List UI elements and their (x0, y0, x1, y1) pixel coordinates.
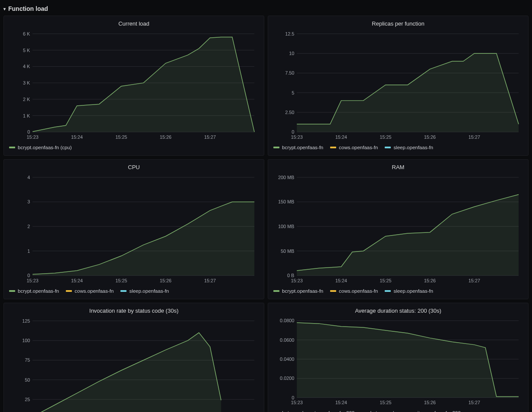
svg-text:0.0200: 0.0200 (280, 376, 294, 381)
panel-title: Invocation rate by status code (30s) (9, 307, 259, 314)
panel-title: Average duration status: 200 (30s) (273, 307, 523, 314)
svg-text:15:24: 15:24 (71, 278, 83, 283)
chart-area[interactable]: 025507510012515:2315:2415:2515:2615:27 (9, 317, 259, 412)
svg-text:15:23: 15:23 (291, 400, 303, 405)
svg-text:15:23: 15:23 (27, 134, 39, 140)
legend: bcrypt.openfaas-fncows.openfaas-fnsleep.… (273, 286, 523, 294)
svg-text:4: 4 (27, 175, 30, 180)
svg-text:15:26: 15:26 (424, 134, 436, 140)
svg-text:12.5: 12.5 (285, 31, 294, 36)
svg-text:75: 75 (25, 357, 30, 363)
legend-label: Latency: sleep-capacity.openfaas-fn: 200 (370, 410, 461, 412)
svg-text:15:26: 15:26 (424, 400, 436, 405)
svg-text:15:23: 15:23 (27, 278, 39, 283)
svg-text:2.50: 2.50 (285, 110, 294, 115)
legend-item[interactable]: cows.openfaas-fn (330, 288, 378, 294)
legend-swatch (385, 147, 391, 148)
legend-label: bcrypt.openfaas-fn (cpu) (18, 145, 72, 150)
legend-item[interactable]: sleep.openfaas-fn (120, 288, 169, 294)
legend-label: sleep.openfaas-fn (393, 145, 433, 150)
svg-text:0.0400: 0.0400 (280, 356, 294, 362)
svg-text:15:24: 15:24 (335, 400, 347, 405)
svg-text:50 MB: 50 MB (281, 249, 294, 254)
legend-item[interactable]: bcrypt.openfaas-fn (9, 288, 59, 294)
legend-label: cows.openfaas-fn (339, 288, 378, 294)
legend-label: bcrypt.openfaas-fn (18, 288, 59, 294)
chart-area[interactable]: 01 K2 K3 K4 K5 K6 K15:2315:2415:2515:261… (9, 29, 259, 142)
svg-text:15:24: 15:24 (71, 134, 83, 140)
section-header[interactable]: ▾ Function load (3, 3, 529, 16)
legend-item[interactable]: sleep.openfaas-fn (385, 145, 433, 150)
legend-label: sleep.openfaas-fn (393, 288, 433, 294)
legend-swatch (9, 290, 15, 292)
legend-label: Latency: bcrypt.openfaas-fn: 200 (282, 410, 355, 412)
svg-text:2: 2 (27, 224, 30, 229)
svg-text:125: 125 (22, 318, 30, 324)
legend-item[interactable]: cows.openfaas-fn (330, 145, 378, 150)
svg-text:15:24: 15:24 (335, 278, 347, 283)
svg-text:15:25: 15:25 (380, 400, 391, 405)
svg-text:2 K: 2 K (23, 97, 30, 102)
legend-item[interactable]: cows.openfaas-fn (66, 288, 114, 294)
svg-text:5 K: 5 K (23, 48, 30, 53)
legend-label: sleep.openfaas-fn (129, 288, 169, 294)
legend-swatch (120, 290, 127, 292)
svg-text:6 K: 6 K (23, 31, 30, 36)
svg-text:0.0800: 0.0800 (280, 318, 294, 323)
legend-item[interactable]: bcrypt.openfaas-fn (cpu) (9, 145, 72, 150)
legend-swatch (330, 147, 336, 148)
legend-item[interactable]: sleep.openfaas-fn (385, 288, 433, 294)
panel-invocation_rate[interactable]: Invocation rate by status code (30s)0255… (3, 303, 264, 412)
svg-text:5: 5 (292, 90, 294, 95)
legend-swatch (385, 290, 391, 292)
legend-item[interactable]: bcrypt.openfaas-fn (273, 288, 323, 294)
chevron-down-icon: ▾ (3, 7, 6, 11)
legend-item[interactable]: bcrypt.openfaas-fn (273, 145, 323, 150)
legend: bcrypt.openfaas-fncows.openfaas-fnsleep.… (9, 286, 259, 294)
legend-swatch (330, 290, 336, 292)
legend-item[interactable]: Latency: sleep-capacity.openfaas-fn: 200 (362, 410, 461, 412)
svg-text:100 MB: 100 MB (278, 224, 294, 229)
svg-text:15:26: 15:26 (424, 278, 436, 283)
svg-text:0: 0 (292, 129, 294, 134)
svg-text:0 B: 0 B (287, 273, 294, 278)
legend: bcrypt.openfaas-fn (cpu) (9, 142, 259, 150)
legend-label: cows.openfaas-fn (339, 145, 378, 150)
svg-text:15:27: 15:27 (468, 278, 480, 283)
svg-text:0.0600: 0.0600 (280, 337, 294, 343)
legend-label: bcrypt.openfaas-fn (282, 145, 323, 150)
svg-text:0: 0 (27, 273, 30, 278)
panel-title: Current load (9, 20, 259, 27)
svg-text:15:24: 15:24 (335, 134, 347, 140)
chart-area[interactable]: 0 B50 MB100 MB150 MB200 MB15:2315:2415:2… (273, 173, 523, 286)
chart-area[interactable]: 00.02000.04000.06000.080015:2315:2415:25… (273, 317, 523, 408)
panel-ram[interactable]: RAM0 B50 MB100 MB150 MB200 MB15:2315:241… (268, 159, 529, 299)
panel-replicas[interactable]: Replicas per function02.5057.501012.515:… (268, 16, 529, 156)
svg-text:200 MB: 200 MB (278, 175, 294, 180)
chart-area[interactable]: 0123415:2315:2415:2515:2615:27 (9, 173, 259, 286)
svg-text:10: 10 (289, 51, 294, 56)
chart-area[interactable]: 02.5057.501012.515:2315:2415:2515:2615:2… (273, 29, 523, 142)
svg-text:15:25: 15:25 (115, 134, 127, 140)
legend-swatch (66, 290, 72, 292)
svg-text:150 MB: 150 MB (278, 199, 294, 204)
legend-swatch (273, 147, 279, 148)
panel-current_load[interactable]: Current load01 K2 K3 K4 K5 K6 K15:2315:2… (3, 16, 264, 156)
legend-swatch (9, 147, 15, 148)
panel-title: RAM (273, 164, 523, 170)
panel-avg_duration[interactable]: Average duration status: 200 (30s)00.020… (268, 303, 529, 412)
svg-text:15:27: 15:27 (204, 278, 216, 283)
legend: bcrypt.openfaas-fncows.openfaas-fnsleep.… (273, 142, 523, 150)
panel-cpu[interactable]: CPU0123415:2315:2415:2515:2615:27bcrypt.… (3, 159, 264, 299)
svg-text:0: 0 (27, 129, 30, 134)
svg-text:15:26: 15:26 (160, 134, 172, 140)
svg-text:4 K: 4 K (23, 64, 30, 69)
svg-text:3 K: 3 K (23, 80, 30, 85)
svg-text:25: 25 (25, 397, 30, 402)
legend-item[interactable]: Latency: bcrypt.openfaas-fn: 200 (273, 410, 355, 412)
panel-grid: Current load01 K2 K3 K4 K5 K6 K15:2315:2… (3, 16, 529, 412)
svg-text:15:25: 15:25 (380, 134, 391, 140)
svg-text:1 K: 1 K (23, 113, 30, 118)
svg-text:1: 1 (27, 249, 30, 254)
svg-text:15:27: 15:27 (468, 400, 480, 405)
